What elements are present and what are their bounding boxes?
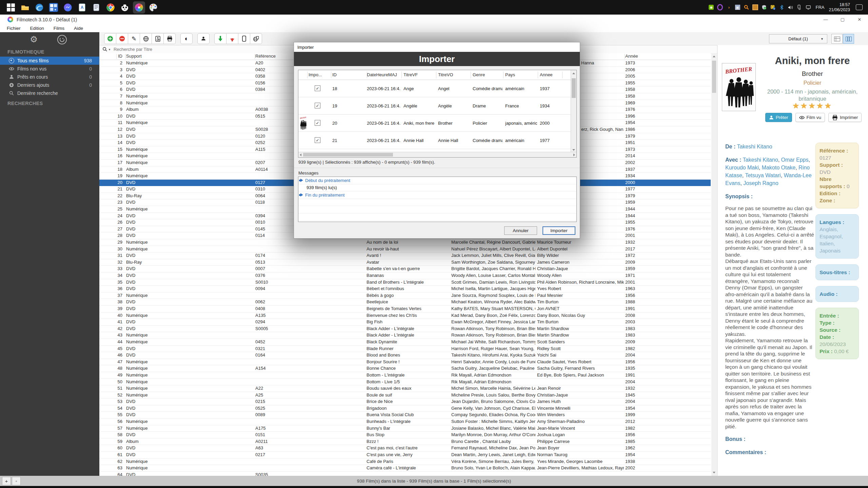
- search-orange-icon[interactable]: [744, 4, 749, 10]
- taskbar-clock[interactable]: 18:5721/06/2023: [829, 2, 850, 13]
- table-row[interactable]: 36DVD0094Bébert et l'omnibusMichel Isell…: [99, 286, 711, 292]
- table-row[interactable]: 58DVD0151Bus StopMarilyn Monroe, Don Mur…: [99, 432, 711, 439]
- edit-pencil-button[interactable]: ✎: [128, 33, 140, 44]
- table-row[interactable]: 48NumériqueA154Bonne ChanceSacha Guitry,…: [99, 365, 711, 372]
- filmotech-taskbar-icon[interactable]: [133, 1, 145, 14]
- table-row[interactable]: 33DVD0007Babette s'en va-t-en guerreBrig…: [99, 266, 711, 272]
- start-button[interactable]: [5, 1, 17, 14]
- table-row[interactable]: 44Numérique0452Black DynamiteMichael Jai…: [99, 339, 711, 346]
- table-row[interactable]: 59AlbumA0211Bzzz !Bruno Carette , Chanta…: [99, 439, 711, 445]
- view-mode-list-button[interactable]: [831, 34, 843, 44]
- table-row[interactable]: 53DVD0215Brice de NiceJean Dujardin, Bru…: [99, 399, 711, 405]
- import-column-id[interactable]: ID: [332, 72, 337, 77]
- import-column-annee[interactable]: Annee: [540, 72, 553, 77]
- import-checkbox[interactable]: ✓: [315, 85, 320, 91]
- actor-link[interactable]: Makoto Otake: [762, 165, 796, 170]
- notepad-taskbar-icon[interactable]: [90, 1, 102, 14]
- defender-shield-icon[interactable]: [761, 4, 767, 10]
- nvidia-settings-icon[interactable]: ◉: [708, 4, 714, 10]
- table-row[interactable]: 30NumériqueAu revoir là-hautNahuel Pérez…: [99, 246, 711, 253]
- person-button[interactable]: [197, 33, 210, 44]
- smiley-icon[interactable]: [57, 35, 67, 44]
- keyboard-language[interactable]: FRA: [815, 5, 824, 10]
- view-selector-dropdown[interactable]: Défaut (1)▼: [769, 34, 827, 43]
- column-header-support[interactable]: Support: [126, 54, 214, 59]
- import-row[interactable]: ✓182023-06-21 16:4...AngeAngelComédie dr…: [298, 80, 576, 97]
- sidebar-item-tous-mes-films[interactable]: Tous mes films938: [0, 57, 99, 65]
- actor-link[interactable]: Kuroudo Maki: [725, 165, 759, 170]
- messenger-taskbar-icon[interactable]: [62, 1, 74, 14]
- director-link[interactable]: Takeshi Kitano: [737, 144, 772, 149]
- column-header-annee[interactable]: Année: [625, 54, 693, 59]
- import-column-dateheuremaj[interactable]: DateHeureMAJ: [367, 72, 397, 77]
- sidebar-item-films-non-vus[interactable]: Films non vus0: [0, 65, 99, 73]
- wordpad-taskbar-icon[interactable]: A: [76, 1, 88, 14]
- paint-taskbar-icon[interactable]: [147, 1, 159, 14]
- table-row[interactable]: 41DVD0294Big FishEwan McGregor, Albert F…: [99, 319, 711, 326]
- table-row[interactable]: 40NumériqueA135Bienvenue chez les Ch'tis…: [99, 312, 711, 319]
- notification-center-icon[interactable]: [856, 4, 863, 10]
- pr-ter-button[interactable]: Prêter: [765, 113, 792, 122]
- table-row[interactable]: 52NumériqueA25Boule de suifMicheline Pre…: [99, 392, 711, 399]
- edge-browser-taskbar-icon[interactable]: [33, 1, 45, 14]
- close-button[interactable]: ✕: [851, 15, 868, 24]
- table-row[interactable]: 35DVDS0010Band of Brothers - L'intégrale…: [99, 279, 711, 286]
- import-column-titrevf[interactable]: TitreVF: [403, 72, 418, 77]
- stats-button[interactable]: ◐: [180, 33, 193, 44]
- globe-button[interactable]: [140, 33, 152, 44]
- import-arrow-button[interactable]: [214, 33, 226, 44]
- sidebar-item-derniers-ajouts[interactable]: Derniers ajouts0: [0, 81, 99, 89]
- table-row[interactable]: 39DVD0408Beignets de Tomates VertesKathy…: [99, 306, 711, 312]
- table-row[interactable]: 55DVD0089Buena Vista Social ClubCompay S…: [99, 412, 711, 419]
- media-player-icon[interactable]: ›: [726, 4, 732, 10]
- menu-aide[interactable]: Aide: [69, 26, 88, 31]
- import-checkbox[interactable]: ✓: [315, 103, 320, 108]
- table-row[interactable]: 34DVD0376BananasWoody Allen, Louise Lass…: [99, 272, 711, 279]
- import-button[interactable]: Importer: [542, 226, 575, 235]
- table-row[interactable]: 56NumériqueBunheads - L'intégraleSutton …: [99, 419, 711, 425]
- network-display-icon[interactable]: [805, 4, 811, 10]
- mobile-button[interactable]: [238, 33, 250, 44]
- table-row[interactable]: 54DVD0525BrigadoonGene Kelly, Van Johnso…: [99, 405, 711, 412]
- menu-fichier[interactable]: Fichier: [0, 26, 25, 31]
- table-row[interactable]: 61DVD0217C'est pas une vie, JerryDean Ma…: [99, 452, 711, 459]
- table-row[interactable]: 38DVD0062BeetlejuiceMichael Keaton, Wino…: [99, 299, 711, 306]
- web-export-button[interactable]: [250, 33, 262, 44]
- chrome-taskbar-icon[interactable]: [104, 1, 117, 14]
- import-row[interactable]: BROTHER✓202023-06-21 16:4...Aniki, mon f…: [298, 115, 576, 132]
- 3d-viewer-icon[interactable]: ▣: [735, 4, 741, 10]
- remove-button[interactable]: [116, 33, 128, 44]
- file-explorer-taskbar-icon[interactable]: [19, 1, 31, 14]
- cover-button[interactable]: [152, 33, 164, 44]
- maximize-button[interactable]: ▢: [834, 15, 851, 24]
- table-row[interactable]: 60DVDA63C'est pas moi, c'est l'autreFern…: [99, 445, 711, 452]
- actor-link[interactable]: Omar Epps: [781, 157, 809, 163]
- table-row[interactable]: 49NumériqueBottom - L'intégraleRik Mayal…: [99, 372, 711, 379]
- panda-app-taskbar-icon[interactable]: [119, 1, 131, 14]
- film-vu-button[interactable]: Film vu: [795, 113, 825, 122]
- import-table-vscrollbar[interactable]: [571, 70, 576, 152]
- import-row[interactable]: ✓192023-06-21 16:4...AngèleAngèleDrameFr…: [298, 97, 576, 115]
- main-scrollbar[interactable]: [711, 53, 717, 476]
- loop-recorder-icon[interactable]: [717, 4, 723, 10]
- sidebar-item-derni-re-recherche[interactable]: Dernière recherche: [0, 89, 99, 97]
- import-checkbox[interactable]: ✓: [315, 137, 320, 143]
- table-row[interactable]: 29NumériqueAu nom de la loiMarcelle Chan…: [99, 239, 711, 246]
- table-row[interactable]: 50NumériqueBottom - Live 1/5Rik Mayall, …: [99, 379, 711, 386]
- remove-film-button[interactable]: ▪: [12, 477, 21, 485]
- import-checkbox[interactable]: ✓: [315, 120, 320, 126]
- bluetooth-icon[interactable]: [779, 4, 785, 10]
- table-row[interactable]: 64DVDS0035: [99, 472, 711, 476]
- dialog-titlebar[interactable]: Importer: [294, 42, 580, 52]
- table-row[interactable]: 63NumériqueCaméra café - L'intégraleBrun…: [99, 465, 711, 472]
- view-mode-columns-button[interactable]: [843, 34, 854, 44]
- export-arrow-button[interactable]: [226, 33, 238, 44]
- actor-link[interactable]: Joseph Ragno: [743, 180, 778, 186]
- search-filter-caret[interactable]: ▼: [108, 48, 111, 51]
- media-grid-app-taskbar-icon[interactable]: ★: [47, 1, 60, 14]
- table-row[interactable]: 46DVD0164Blood and BonesTakeshi Kitano, …: [99, 352, 711, 359]
- import-column-impo[interactable]: Impo...: [309, 72, 322, 77]
- table-row[interactable]: 47NumériqueBonjour Sourire !Henri Salvad…: [99, 359, 711, 366]
- import-column-pays[interactable]: Pays: [505, 72, 515, 77]
- task-scheduler-icon[interactable]: 1: [770, 4, 776, 10]
